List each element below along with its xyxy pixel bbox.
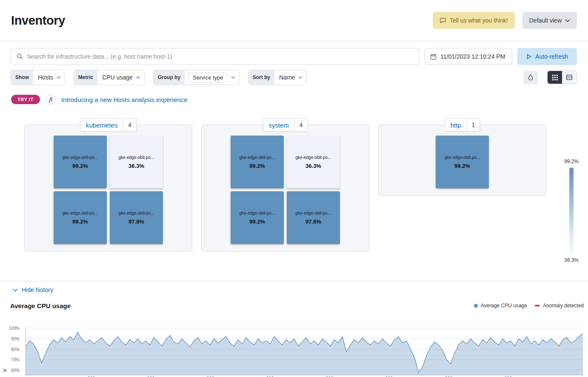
host-metric-value: 99.2% <box>72 163 88 169</box>
group-label[interactable]: system4 <box>263 119 308 132</box>
chevron-down-icon <box>297 76 306 79</box>
filter-bar: Show Hosts Metric CPU usage Group by Ser… <box>11 70 577 85</box>
section-divider <box>0 281 588 281</box>
view-toggle-group <box>547 71 577 84</box>
search-toolbar: 11/01/2023 12:10:24 PM Auto-refresh <box>11 48 577 65</box>
host-name: gke-edge-oblt-po... <box>119 211 154 215</box>
cpu-history-chart[interactable] <box>26 326 583 375</box>
group-count-badge: 4 <box>294 119 308 131</box>
legend-gradient-bar <box>569 167 574 254</box>
metric-filter[interactable]: Metric CPU usage <box>74 70 144 85</box>
legend-dash-marker <box>535 305 540 306</box>
metric-filter-label: Metric <box>74 70 97 85</box>
waffle-group: kubernetes4gke-edge-oblt-po...99.2%gke-e… <box>24 125 192 252</box>
host-tile[interactable]: gke-edge-oblt-po...99.2% <box>436 136 489 188</box>
waffle-group: system4gke-edge-oblt-po...99.2%gke-edge-… <box>201 125 369 252</box>
inventory-page: Inventory Tell us what you think! Defaul… <box>0 0 588 375</box>
legend-min-label: 36.3% <box>559 257 584 263</box>
host-metric-value: 36.3% <box>305 163 321 169</box>
host-metric-value: 99.2% <box>72 218 88 225</box>
view-selector-label: Default view <box>529 17 562 24</box>
host-name: gke-edge-oblt-po... <box>296 155 331 160</box>
chart-legend-item[interactable]: Anomaly detected <box>535 303 584 309</box>
search-icon <box>17 53 23 60</box>
chevron-down-icon <box>135 76 144 79</box>
hosts-analysis-link[interactable]: Introducing a new Hosts analysis experie… <box>61 96 188 103</box>
host-name: gke-edge-oblt-po... <box>63 155 98 160</box>
try-it-badge[interactable]: TRY IT <box>11 95 40 104</box>
auto-refresh-button[interactable]: Auto-refresh <box>517 48 577 65</box>
host-name: gke-edge-oblt-po... <box>119 155 154 160</box>
chart-area: 100%90%80%70%60% <box>0 326 588 375</box>
y-axis-label: 90% <box>11 336 20 341</box>
waffle-map-section: kubernetes4gke-edge-oblt-po...99.2%gke-e… <box>0 125 588 259</box>
host-tile[interactable]: gke-edge-oblt-po...99.2% <box>54 191 107 244</box>
group-count-badge: 4 <box>123 119 136 131</box>
y-axis-label: 60% <box>11 368 20 373</box>
waffle-group: http1gke-edge-oblt-po...99.2% <box>378 125 546 196</box>
y-axis-label: 100% <box>9 326 20 331</box>
host-tile[interactable]: gke-edge-oblt-po...97.8% <box>287 191 340 244</box>
host-tile[interactable]: gke-edge-oblt-po...99.2% <box>231 136 284 188</box>
feedback-button-label: Tell us what you think! <box>450 17 508 24</box>
host-tile[interactable]: gke-edge-oblt-po...36.3% <box>110 136 163 188</box>
page-header: Inventory Tell us what you think! Defaul… <box>0 0 588 41</box>
grid-view-button[interactable] <box>548 71 562 84</box>
host-name: gke-edge-oblt-po... <box>240 155 275 160</box>
group-name: http <box>445 119 467 131</box>
paint-drop-icon <box>528 74 534 81</box>
calendar-icon <box>430 54 437 60</box>
host-tile[interactable]: gke-edge-oblt-po...97.8% <box>110 191 163 244</box>
host-tile[interactable]: gke-edge-oblt-po...99.2% <box>54 136 107 188</box>
group-label[interactable]: http1 <box>445 119 480 132</box>
legend-options-button[interactable] <box>523 71 538 84</box>
play-icon <box>526 54 532 60</box>
y-axis-label: 70% <box>11 357 20 362</box>
plot-area[interactable] <box>26 326 583 375</box>
show-filter[interactable]: Show Hosts <box>11 70 65 85</box>
chart-legend-item[interactable]: Average CPU usage <box>474 303 527 309</box>
hide-history-toggle[interactable]: Hide history <box>13 286 53 293</box>
search-input-wrapper <box>11 48 420 65</box>
host-name: gke-edge-oblt-po... <box>63 211 98 215</box>
feedback-button[interactable]: Tell us what you think! <box>433 12 515 29</box>
chevron-down-icon <box>230 76 239 79</box>
view-selector-button[interactable]: Default view <box>522 12 577 29</box>
group-by-filter[interactable]: Group by Service type <box>154 70 239 85</box>
host-name: gke-edge-oblt-po... <box>240 211 275 215</box>
datetime-value: 11/01/2023 12:10:24 PM <box>440 53 505 60</box>
y-axis-label: 80% <box>11 347 20 351</box>
page-title: Inventory <box>11 14 65 28</box>
sort-by-filter-label: Sort by <box>248 70 274 85</box>
auto-refresh-label: Auto-refresh <box>535 53 568 60</box>
host-name: gke-edge-oblt-po... <box>296 211 331 215</box>
host-metric-value: 97.8% <box>128 218 144 225</box>
host-metric-value: 99.2% <box>454 163 470 169</box>
grid-icon <box>552 75 558 80</box>
tile-grid: gke-edge-oblt-po...99.2%gke-edge-oblt-po… <box>52 136 165 244</box>
waffle-groups: kubernetes4gke-edge-oblt-po...99.2%gke-e… <box>0 125 588 252</box>
beta-callout: TRY IT β Introducing a new Hosts analysi… <box>11 94 577 105</box>
table-view-button[interactable] <box>562 71 577 84</box>
view-options <box>523 71 577 84</box>
chart-header: Average CPU usage Average CPU usageAnoma… <box>0 301 588 310</box>
sort-by-filter[interactable]: Sort by Name <box>248 70 307 85</box>
datetime-picker[interactable]: 11/01/2023 12:10:24 PM <box>425 48 512 65</box>
severity-legend: 99.2% 36.3% <box>559 159 584 263</box>
search-input[interactable] <box>27 53 414 60</box>
host-metric-value: 99.2% <box>249 163 265 169</box>
host-metric-value: 97.8% <box>305 218 321 225</box>
group-by-filter-label: Group by <box>154 70 185 85</box>
host-metric-value: 99.2% <box>249 218 265 225</box>
close-icon[interactable]: ✕ <box>3 367 7 374</box>
host-metric-value: 36.3% <box>128 163 144 169</box>
history-panel: Average CPU usage Average CPU usageAnoma… <box>0 301 588 375</box>
group-count-badge: 1 <box>467 119 480 131</box>
host-tile[interactable]: gke-edge-oblt-po...36.3% <box>287 136 340 188</box>
chart-legend-label: Average CPU usage <box>481 303 527 309</box>
group-label[interactable]: kubernetes4 <box>80 119 137 132</box>
beta-icon: β <box>46 94 56 105</box>
group-by-filter-value[interactable]: Service type <box>188 73 228 82</box>
host-tile[interactable]: gke-edge-oblt-po...99.2% <box>231 191 284 244</box>
x-axis <box>26 375 583 377</box>
